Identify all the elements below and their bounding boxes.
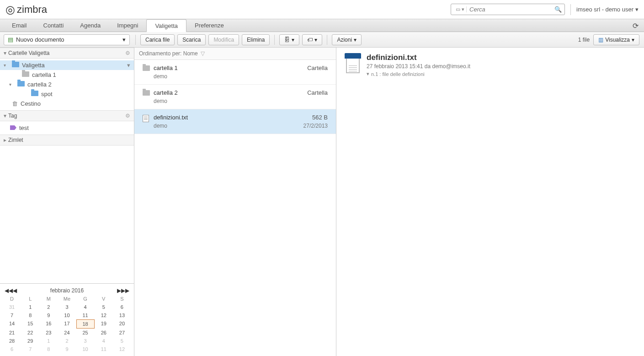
search-icon[interactable]: 🔍 bbox=[554, 6, 562, 13]
calendar-day[interactable]: 19 bbox=[95, 319, 113, 329]
calendar-day[interactable]: 20 bbox=[113, 319, 131, 329]
section-folders-label: Cartelle Valigetta bbox=[8, 50, 50, 56]
calendar-day[interactable]: 28 bbox=[3, 337, 21, 345]
refresh-icon[interactable]: ⟳ bbox=[633, 22, 639, 30]
calendar-day[interactable]: 12 bbox=[95, 311, 113, 319]
edit-button[interactable]: Modifica bbox=[208, 34, 239, 45]
tab-valigetta[interactable]: Valigetta bbox=[146, 19, 186, 32]
calendar-day[interactable]: 2 bbox=[39, 303, 58, 311]
chevron-down-icon[interactable]: ▾ bbox=[127, 62, 130, 69]
section-tags-header[interactable]: ▾ Tag ⚙ bbox=[0, 110, 134, 121]
calendar-dow: M bbox=[39, 295, 58, 303]
next-month-icon[interactable]: ▶ bbox=[117, 287, 121, 294]
tab-preferenze[interactable]: Preferenze bbox=[186, 19, 232, 32]
file-type: 562 B bbox=[303, 114, 328, 121]
calendar-day[interactable]: 2 bbox=[58, 337, 76, 345]
calendar-day[interactable]: 15 bbox=[21, 319, 39, 329]
new-document-button[interactable]: ▤ Nuovo documento ▾ bbox=[4, 34, 130, 45]
calendar-day[interactable]: 21 bbox=[3, 329, 21, 337]
tree-item-cartella2[interactable]: ▾ cartella 2 bbox=[0, 80, 134, 89]
tab-email[interactable]: Email bbox=[4, 19, 35, 32]
prev-month-icon[interactable]: ◀ bbox=[13, 287, 17, 294]
view-button[interactable]: ▥ Visualizza ▾ bbox=[593, 34, 639, 45]
calendar-day[interactable]: 8 bbox=[21, 311, 39, 319]
download-button[interactable]: Scarica bbox=[177, 34, 206, 45]
calendar-day[interactable]: 18 bbox=[76, 319, 95, 329]
tab-agenda[interactable]: Agenda bbox=[72, 19, 109, 32]
toolbar-separator bbox=[274, 35, 275, 45]
preview-version[interactable]: ▾ n.1 : file delle definizioni bbox=[367, 71, 470, 77]
gear-icon[interactable]: ⚙ bbox=[125, 50, 130, 56]
tag-icon bbox=[10, 125, 16, 130]
calendar-day[interactable]: 1 bbox=[39, 337, 58, 345]
calendar-day[interactable]: 11 bbox=[95, 345, 113, 353]
upload-button[interactable]: Carica file bbox=[140, 34, 175, 45]
calendar-day[interactable]: 10 bbox=[58, 311, 76, 319]
calendar-day[interactable]: 4 bbox=[95, 337, 113, 345]
calendar-day[interactable]: 6 bbox=[3, 345, 21, 353]
header-separator bbox=[570, 4, 571, 15]
calendar-day[interactable]: 12 bbox=[113, 345, 131, 353]
tree-item-trash[interactable]: 🗑 Cestino bbox=[0, 99, 134, 108]
actions-button[interactable]: Azioni ▾ bbox=[332, 34, 362, 45]
section-zimlets-header[interactable]: ▸ Zimlet bbox=[0, 135, 134, 146]
calendar-day[interactable]: 23 bbox=[39, 329, 58, 337]
calendar-day[interactable]: 11 bbox=[76, 311, 95, 319]
calendar-day[interactable]: 22 bbox=[21, 329, 39, 337]
calendar-day[interactable]: 29 bbox=[21, 337, 39, 345]
calendar-day[interactable]: 7 bbox=[3, 311, 21, 319]
folder-icon bbox=[17, 81, 25, 86]
prev-year-icon[interactable]: ◀◀ bbox=[5, 287, 13, 294]
tab-contatti[interactable]: Contatti bbox=[35, 19, 72, 32]
file-owner: demo bbox=[154, 73, 307, 80]
tree-item-valigetta[interactable]: ▾ Valigetta ▾ bbox=[0, 60, 134, 70]
calendar-day[interactable]: 16 bbox=[39, 319, 58, 329]
mini-calendar: ◀◀ ◀ febbraio 2016 ▶ ▶▶ DLMMeGVS31123456… bbox=[0, 283, 134, 356]
file-row[interactable]: cartella 1demoCartella bbox=[134, 60, 336, 85]
tree-item-tag-test[interactable]: test bbox=[0, 123, 134, 133]
calendar-day[interactable]: 24 bbox=[58, 329, 76, 337]
move-button[interactable]: 🗄▾ bbox=[279, 34, 299, 45]
tree-item-cartella1[interactable]: cartella 1 bbox=[0, 70, 134, 80]
calendar-day[interactable]: 5 bbox=[113, 337, 131, 345]
calendar-day[interactable]: 7 bbox=[21, 345, 39, 353]
user-menu[interactable]: imseo srl - demo user ▾ bbox=[576, 6, 639, 13]
calendar-day[interactable]: 6 bbox=[113, 303, 131, 311]
delete-button[interactable]: Elimina bbox=[242, 34, 270, 45]
calendar-day[interactable]: 1 bbox=[21, 303, 39, 311]
folder-icon bbox=[22, 71, 29, 77]
calendar-day[interactable]: 4 bbox=[76, 303, 95, 311]
sidebar: ▾ Cartelle Valigetta ⚙ ▾ Valigetta ▾ car… bbox=[0, 48, 134, 356]
folder-icon bbox=[12, 62, 19, 67]
user-label: imseo srl - demo user bbox=[576, 6, 633, 13]
calendar-day[interactable]: 26 bbox=[95, 329, 113, 337]
calendar-day[interactable]: 17 bbox=[58, 319, 76, 329]
calendar-day[interactable]: 31 bbox=[3, 303, 21, 311]
tag-button[interactable]: 🏷▾ bbox=[302, 34, 322, 45]
search-input[interactable] bbox=[467, 5, 554, 14]
search-box[interactable]: ▭ ▾ 🔍 bbox=[451, 4, 565, 15]
calendar-day[interactable]: 9 bbox=[39, 311, 58, 319]
tree-label: cartella 2 bbox=[27, 81, 52, 88]
calendar-day[interactable]: 5 bbox=[95, 303, 113, 311]
sort-header[interactable]: Ordinamento per: Nome ▽ bbox=[134, 48, 336, 60]
calendar-day[interactable]: 9 bbox=[58, 345, 76, 353]
tab-impegni[interactable]: Impegni bbox=[109, 19, 146, 32]
gear-icon[interactable]: ⚙ bbox=[125, 113, 130, 119]
calendar-day[interactable]: 3 bbox=[58, 303, 76, 311]
calendar-day[interactable]: 3 bbox=[76, 337, 95, 345]
file-row[interactable]: cartella 2demoCartella bbox=[134, 85, 336, 109]
search-type-selector[interactable]: ▭ ▾ bbox=[454, 6, 467, 12]
calendar-day[interactable]: 25 bbox=[76, 329, 95, 337]
next-year-icon[interactable]: ▶▶ bbox=[121, 287, 129, 294]
file-row[interactable]: definizioni.txtdemo562 B27/2/2013 bbox=[134, 109, 336, 134]
calendar-day[interactable]: 27 bbox=[113, 329, 131, 337]
calendar-day[interactable]: 14 bbox=[3, 319, 21, 329]
tree-item-spot[interactable]: spot bbox=[0, 89, 134, 99]
calendar-day[interactable]: 10 bbox=[76, 345, 95, 353]
calendar-day[interactable]: 13 bbox=[113, 311, 131, 319]
calendar-day[interactable]: 8 bbox=[39, 345, 58, 353]
section-folders-header[interactable]: ▾ Cartelle Valigetta ⚙ bbox=[0, 48, 134, 59]
chevron-down-icon: ▾ bbox=[122, 36, 126, 43]
app-header: ◎ zimbra ▭ ▾ 🔍 imseo srl - demo user ▾ bbox=[0, 0, 644, 19]
